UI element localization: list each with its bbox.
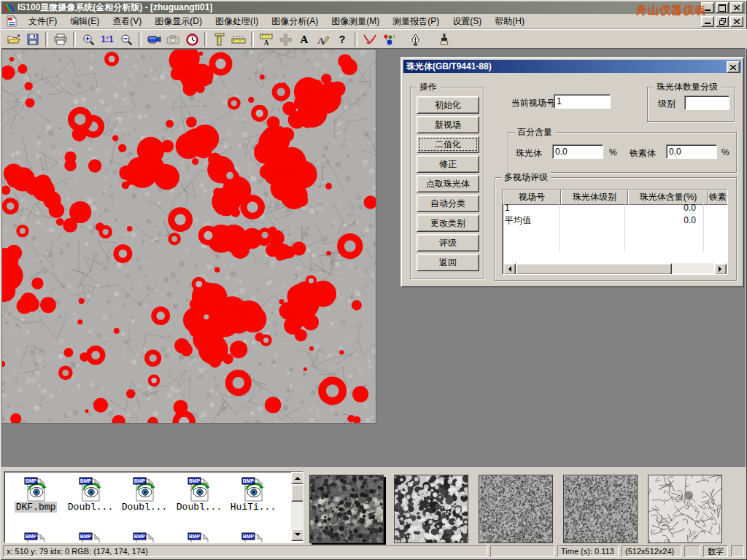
draw-pen-button[interactable] bbox=[406, 31, 425, 48]
menu-view[interactable]: 查看(V) bbox=[106, 14, 148, 29]
menu-file[interactable]: 文件(F) bbox=[22, 14, 63, 29]
svg-text:BMP: BMP bbox=[189, 478, 201, 483]
file-item[interactable]: BMP Doubl... bbox=[63, 475, 117, 513]
menu-measure-report[interactable]: 测量报告(P) bbox=[386, 14, 446, 29]
text-tool-button[interactable]: A bbox=[295, 31, 314, 48]
correct-button[interactable]: 修正 bbox=[417, 155, 479, 173]
scroll-down-button[interactable] bbox=[291, 529, 303, 541]
scroll-up-button[interactable] bbox=[291, 472, 303, 484]
file-name[interactable]: HuiTi... bbox=[231, 502, 276, 513]
application-window: IS100显微摄像系统(金相分析版) - [zhuguangti01] 文件(F… bbox=[0, 0, 747, 560]
child-close-button[interactable] bbox=[730, 16, 743, 27]
new-field-button[interactable]: 新视场 bbox=[417, 116, 479, 133]
zoom-in-button[interactable] bbox=[79, 31, 98, 48]
table-horizontal-scrollbar[interactable] bbox=[503, 263, 727, 273]
return-button[interactable]: 返回 bbox=[417, 254, 479, 271]
maximize-button[interactable] bbox=[716, 2, 729, 13]
file-list[interactable]: BMP DKF.bmp BMP Doubl... BMP bbox=[4, 471, 303, 543]
pick-pearlite-button[interactable]: 点取珠光体 bbox=[417, 175, 479, 192]
help-button[interactable]: ? bbox=[333, 31, 352, 48]
sample-thumbnail[interactable] bbox=[309, 475, 384, 543]
zoom-out-button[interactable] bbox=[117, 31, 136, 48]
file-item[interactable]: BMP Doubl... bbox=[117, 475, 171, 513]
svg-text:BMP: BMP bbox=[134, 534, 146, 539]
table-row[interactable]: 1 0.0 bbox=[503, 202, 727, 214]
save-button[interactable] bbox=[23, 31, 42, 48]
title-bar[interactable]: IS100显微摄像系统(金相分析版) - [zhuguangti01] bbox=[1, 1, 746, 14]
sample-thumbnail[interactable] bbox=[479, 475, 553, 543]
file-name[interactable]: DKF.bmp bbox=[15, 502, 58, 513]
close-icon bbox=[730, 65, 736, 70]
measure-length-button[interactable] bbox=[229, 31, 248, 48]
measure-annotate-button[interactable]: A bbox=[257, 31, 276, 48]
menu-image-display[interactable]: 图像显示(D) bbox=[148, 14, 209, 29]
multifield-table[interactable]: 视场号 珠光体级别 珠光体含量(%) 铁素体含量(%) 1 0.0 平均值 0.… bbox=[502, 189, 728, 275]
table-row[interactable]: 平均值 0.0 bbox=[503, 214, 727, 227]
brush-button[interactable] bbox=[435, 31, 454, 48]
menu-settings[interactable]: 设置(S) bbox=[446, 14, 488, 29]
change-class-button[interactable]: 更改类别 bbox=[417, 214, 479, 232]
file-item[interactable]: BMP DKF.bmp bbox=[9, 475, 63, 513]
menu-image-analysis[interactable]: 图像分析(A) bbox=[265, 14, 325, 29]
dialog-title-bar[interactable]: 珠光体(GB/T9441-88) bbox=[403, 60, 741, 73]
grade-button[interactable]: 评级 bbox=[417, 234, 479, 252]
grade-input[interactable] bbox=[684, 96, 729, 110]
cell-view: 1 bbox=[503, 202, 560, 214]
ferrite-percent-input[interactable] bbox=[666, 144, 717, 159]
file-item-partial[interactable]: BMP bbox=[63, 531, 117, 543]
metallograph-canvas[interactable] bbox=[2, 50, 376, 423]
actual-size-button[interactable]: 1:1 bbox=[98, 31, 117, 48]
timer-button[interactable] bbox=[182, 31, 201, 48]
scrollbar-thumb[interactable] bbox=[291, 484, 303, 502]
scrollbar-thumb[interactable] bbox=[516, 263, 672, 275]
pan-button[interactable] bbox=[276, 31, 295, 48]
dialog-close-button[interactable] bbox=[727, 61, 740, 73]
document-icon[interactable] bbox=[6, 15, 18, 27]
scroll-left-button[interactable] bbox=[503, 263, 516, 275]
file-name[interactable]: Doubl... bbox=[122, 502, 167, 513]
auto-classify-button[interactable]: 自动分类 bbox=[417, 195, 479, 212]
sample-thumbnail[interactable] bbox=[394, 475, 468, 543]
percent-sign: % bbox=[721, 147, 729, 158]
menu-edit[interactable]: 编辑(E) bbox=[63, 14, 106, 29]
close-icon bbox=[734, 5, 740, 10]
video-capture-button[interactable] bbox=[144, 31, 163, 48]
pen-icon bbox=[411, 34, 420, 46]
close-button[interactable] bbox=[730, 2, 743, 13]
file-name[interactable]: Doubl... bbox=[177, 502, 222, 513]
file-item-partial[interactable]: BMP bbox=[9, 531, 63, 543]
pearlite-dialog[interactable]: 珠光体(GB/T9441-88) 操作 初始化 新视场 二值化 修正 点取珠光体… bbox=[400, 57, 744, 287]
binarize-button[interactable]: 二值化 bbox=[417, 136, 479, 153]
image-size-panel: (512x512x24) bbox=[622, 545, 681, 557]
sample-thumbnail[interactable] bbox=[563, 475, 638, 543]
menu-help[interactable]: 帮助(H) bbox=[488, 14, 531, 29]
file-item[interactable]: BMP HuiTi... bbox=[226, 475, 280, 513]
snapshot-button[interactable] bbox=[163, 31, 182, 48]
sample-thumbnail[interactable] bbox=[648, 475, 722, 543]
scrollbar-track[interactable] bbox=[672, 263, 714, 273]
pearlite-percent-input[interactable] bbox=[552, 144, 603, 159]
toolbar: 1:1 A A A ? 3 bbox=[1, 29, 747, 49]
phase-mark-button[interactable]: 3 bbox=[379, 31, 398, 48]
print-button[interactable] bbox=[51, 31, 70, 48]
file-item[interactable]: BMP Doubl... bbox=[172, 475, 226, 513]
child-restore-button[interactable] bbox=[716, 16, 729, 27]
open-button[interactable] bbox=[4, 31, 23, 48]
grain-tool-button[interactable] bbox=[360, 31, 379, 48]
scroll-right-button[interactable] bbox=[714, 263, 727, 275]
toolbar-separator bbox=[45, 32, 48, 47]
actual-size-label: 1:1 bbox=[101, 34, 113, 44]
file-item-partial[interactable]: BMP bbox=[117, 531, 171, 543]
init-button[interactable]: 初始化 bbox=[417, 96, 479, 114]
file-list-scrollbar[interactable] bbox=[291, 472, 303, 541]
pearlite-label: 珠光体 bbox=[516, 147, 542, 160]
file-item-partial[interactable]: BMP bbox=[226, 531, 280, 543]
menu-image-process[interactable]: 图像处理(I) bbox=[209, 14, 265, 29]
file-name[interactable]: Doubl... bbox=[68, 502, 113, 513]
calibrate-button[interactable] bbox=[210, 31, 229, 48]
current-view-input[interactable] bbox=[554, 94, 611, 109]
file-item-partial[interactable]: BMP bbox=[172, 531, 226, 543]
edit-text-button[interactable]: A bbox=[314, 31, 333, 48]
menu-image-measure[interactable]: 图像测量(M) bbox=[325, 14, 386, 29]
grading-group: 珠光体数量分级 级别 bbox=[647, 87, 735, 122]
